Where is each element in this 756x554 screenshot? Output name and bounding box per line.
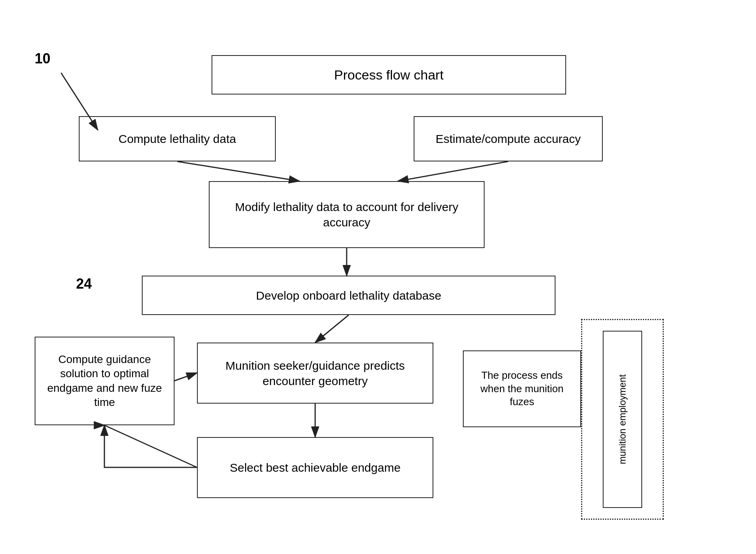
compute-lethality-label: Compute lethality data (119, 131, 236, 146)
compute-guidance-box: Compute guidance solution to optimal end… (35, 337, 175, 425)
compute-guidance-label: Compute guidance solution to optimal end… (43, 352, 166, 410)
munition-employment-label: munition employment (617, 374, 628, 464)
process-ends-box: The process ends when the munition fuzes (463, 350, 581, 427)
diagram-container: 10 24 Process flow chart Compute lethali… (0, 0, 756, 554)
arrow-compute-to-modify (177, 161, 299, 181)
select-best-box: Select best achievable endgame (197, 437, 433, 498)
munition-employment-box: munition employment (603, 331, 642, 508)
label-24: 24 (76, 276, 92, 292)
develop-database-label: Develop onboard lethality database (256, 288, 441, 303)
modify-lethality-box: Modify lethality data to account for del… (209, 181, 485, 248)
select-best-label: Select best achievable endgame (230, 460, 401, 475)
arrow-select-to-compute-lower (104, 425, 197, 467)
estimate-accuracy-box: Estimate/compute accuracy (414, 116, 603, 161)
estimate-accuracy-label: Estimate/compute accuracy (436, 131, 581, 146)
arrow-develop-to-seeker (315, 315, 349, 343)
develop-database-box: Develop onboard lethality database (142, 276, 555, 315)
compute-lethality-box: Compute lethality data (79, 116, 276, 161)
process-ends-label: The process ends when the munition fuzes (472, 369, 572, 409)
arrow-compute-to-seeker (175, 373, 197, 381)
process-flow-chart-box: Process flow chart (212, 55, 566, 94)
munition-seeker-box: Munition seeker/guidance predicts encoun… (197, 343, 433, 404)
arrow-select-back (104, 425, 197, 467)
modify-lethality-label: Modify lethality data to account for del… (217, 199, 476, 230)
arrow-estimate-to-modify (398, 161, 508, 181)
munition-seeker-label: Munition seeker/guidance predicts encoun… (206, 358, 425, 389)
label-10: 10 (35, 50, 50, 67)
process-flow-chart-label: Process flow chart (334, 66, 444, 83)
